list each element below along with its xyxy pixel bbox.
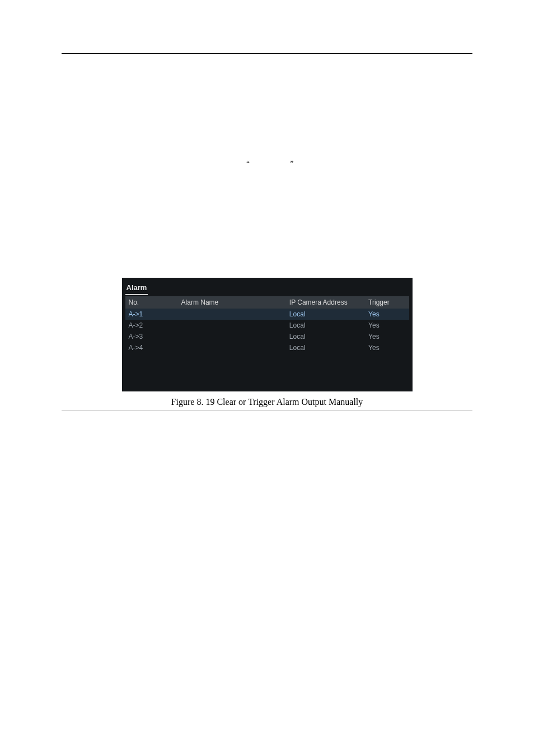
cell-address: Local xyxy=(286,342,365,353)
cell-trigger: Yes xyxy=(365,342,409,353)
tab-alarm[interactable]: Alarm xyxy=(125,282,148,295)
col-address[interactable]: IP Camera Address xyxy=(286,296,365,309)
col-no[interactable]: No. xyxy=(125,296,178,309)
header-rule xyxy=(62,53,472,54)
cell-no: A->3 xyxy=(125,331,178,342)
alarm-table: No. Alarm Name IP Camera Address Trigger… xyxy=(125,296,409,353)
col-name[interactable]: Alarm Name xyxy=(178,296,286,309)
cell-address: Local xyxy=(286,331,365,342)
quote-right: ” xyxy=(290,160,334,168)
cell-address: Local xyxy=(286,320,365,331)
table-row[interactable]: A->4 Local Yes xyxy=(125,342,409,353)
table-header-row: No. Alarm Name IP Camera Address Trigger xyxy=(125,296,409,309)
table-row[interactable]: A->1 Local Yes xyxy=(125,309,409,320)
cell-no: A->2 xyxy=(125,320,178,331)
figure-caption: Figure 8. 19 Clear or Trigger Alarm Outp… xyxy=(171,397,363,407)
cell-no: A->1 xyxy=(125,309,178,320)
cell-no: A->4 xyxy=(125,342,178,353)
ghost-quotes: “” xyxy=(246,160,334,169)
page: “” Alarm No. Alarm Name IP Camera Addres… xyxy=(0,0,534,756)
cell-name xyxy=(178,309,286,320)
figure-block: Alarm No. Alarm Name IP Camera Address T… xyxy=(62,278,472,411)
cell-name xyxy=(178,342,286,353)
cell-trigger: Yes xyxy=(365,331,409,342)
cell-trigger: Yes xyxy=(365,320,409,331)
cell-trigger: Yes xyxy=(365,309,409,320)
bottom-rule xyxy=(62,410,472,411)
col-trigger[interactable]: Trigger xyxy=(365,296,409,309)
bottom-rule-wrap xyxy=(62,410,472,411)
cell-name xyxy=(178,331,286,342)
cell-name xyxy=(178,320,286,331)
table-row[interactable]: A->2 Local Yes xyxy=(125,320,409,331)
table-row[interactable]: A->3 Local Yes xyxy=(125,331,409,342)
quote-left: “ xyxy=(246,160,290,168)
alarm-panel: Alarm No. Alarm Name IP Camera Address T… xyxy=(122,278,413,391)
cell-address: Local xyxy=(286,309,365,320)
